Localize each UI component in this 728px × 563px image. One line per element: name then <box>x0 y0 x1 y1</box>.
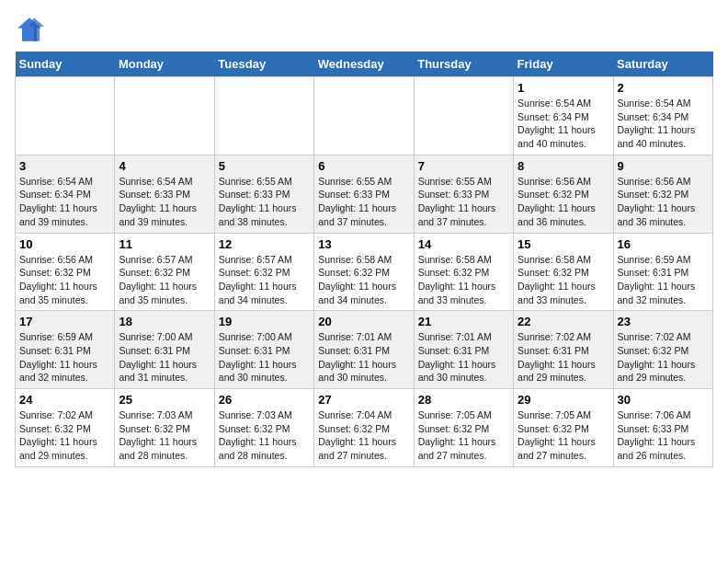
day-header-wednesday: Wednesday <box>314 52 414 77</box>
day-number: 7 <box>418 159 509 173</box>
day-info: Sunrise: 7:06 AM Sunset: 6:33 PM Dayligh… <box>618 408 709 463</box>
day-info: Sunrise: 6:55 AM Sunset: 6:33 PM Dayligh… <box>318 175 409 229</box>
day-info: Sunrise: 6:57 AM Sunset: 6:32 PM Dayligh… <box>119 253 210 307</box>
calendar-week-row: 10Sunrise: 6:56 AM Sunset: 6:32 PM Dayli… <box>16 233 713 311</box>
day-number: 8 <box>518 159 609 173</box>
calendar-week-row: 17Sunrise: 6:59 AM Sunset: 6:31 PM Dayli… <box>16 311 713 389</box>
logo-icon <box>15 15 44 44</box>
day-info: Sunrise: 7:02 AM Sunset: 6:31 PM Dayligh… <box>518 330 609 385</box>
day-info: Sunrise: 6:56 AM Sunset: 6:32 PM Dayligh… <box>618 175 709 229</box>
calendar-table: SundayMondayTuesdayWednesdayThursdayFrid… <box>15 52 713 467</box>
day-number: 26 <box>219 393 310 407</box>
day-header-sunday: Sunday <box>16 52 115 77</box>
calendar-day-cell <box>414 77 513 155</box>
day-info: Sunrise: 7:02 AM Sunset: 6:32 PM Dayligh… <box>19 408 110 463</box>
day-number: 3 <box>19 159 110 173</box>
day-info: Sunrise: 6:54 AM Sunset: 6:33 PM Dayligh… <box>119 175 210 229</box>
calendar-day-cell: 20Sunrise: 7:01 AM Sunset: 6:31 PM Dayli… <box>314 311 414 389</box>
day-number: 9 <box>618 159 709 173</box>
day-number: 6 <box>318 159 409 173</box>
calendar-day-cell: 1Sunrise: 6:54 AM Sunset: 6:34 PM Daylig… <box>514 77 613 155</box>
calendar-day-cell: 29Sunrise: 7:05 AM Sunset: 6:32 PM Dayli… <box>514 389 613 467</box>
day-info: Sunrise: 7:03 AM Sunset: 6:32 PM Dayligh… <box>219 408 310 463</box>
calendar-day-cell: 6Sunrise: 6:55 AM Sunset: 6:33 PM Daylig… <box>314 155 414 233</box>
calendar-day-cell <box>115 77 214 155</box>
calendar-day-cell: 14Sunrise: 6:58 AM Sunset: 6:32 PM Dayli… <box>414 233 513 311</box>
day-info: Sunrise: 6:58 AM Sunset: 6:32 PM Dayligh… <box>318 253 409 307</box>
calendar-day-cell: 16Sunrise: 6:59 AM Sunset: 6:31 PM Dayli… <box>613 233 712 311</box>
day-info: Sunrise: 6:59 AM Sunset: 6:31 PM Dayligh… <box>618 253 709 307</box>
calendar-day-cell: 15Sunrise: 6:58 AM Sunset: 6:32 PM Dayli… <box>514 233 613 311</box>
day-info: Sunrise: 7:02 AM Sunset: 6:32 PM Dayligh… <box>618 330 709 385</box>
day-number: 11 <box>119 237 210 251</box>
day-number: 18 <box>119 315 210 328</box>
logo <box>15 15 48 44</box>
day-info: Sunrise: 7:01 AM Sunset: 6:31 PM Dayligh… <box>418 330 509 385</box>
calendar-day-cell: 3Sunrise: 6:54 AM Sunset: 6:34 PM Daylig… <box>16 155 115 233</box>
calendar-day-cell: 28Sunrise: 7:05 AM Sunset: 6:32 PM Dayli… <box>414 389 513 467</box>
calendar-day-cell: 19Sunrise: 7:00 AM Sunset: 6:31 PM Dayli… <box>214 311 313 389</box>
calendar-day-cell <box>214 77 313 155</box>
calendar-week-row: 24Sunrise: 7:02 AM Sunset: 6:32 PM Dayli… <box>16 389 713 467</box>
day-info: Sunrise: 6:59 AM Sunset: 6:31 PM Dayligh… <box>19 330 110 385</box>
calendar-day-cell: 7Sunrise: 6:55 AM Sunset: 6:33 PM Daylig… <box>414 155 513 233</box>
day-number: 4 <box>119 159 210 173</box>
calendar-day-cell: 24Sunrise: 7:02 AM Sunset: 6:32 PM Dayli… <box>16 389 115 467</box>
day-info: Sunrise: 6:54 AM Sunset: 6:34 PM Dayligh… <box>19 175 110 229</box>
calendar-day-cell: 10Sunrise: 6:56 AM Sunset: 6:32 PM Dayli… <box>16 233 115 311</box>
calendar-day-cell: 30Sunrise: 7:06 AM Sunset: 6:33 PM Dayli… <box>613 389 712 467</box>
day-header-friday: Friday <box>514 52 613 77</box>
day-number: 30 <box>618 393 709 407</box>
calendar-day-cell: 23Sunrise: 7:02 AM Sunset: 6:32 PM Dayli… <box>613 311 712 389</box>
calendar-day-cell: 17Sunrise: 6:59 AM Sunset: 6:31 PM Dayli… <box>16 311 115 389</box>
page-header <box>15 15 713 44</box>
calendar-week-row: 1Sunrise: 6:54 AM Sunset: 6:34 PM Daylig… <box>16 77 713 155</box>
calendar-day-cell: 21Sunrise: 7:01 AM Sunset: 6:31 PM Dayli… <box>414 311 513 389</box>
day-number: 15 <box>518 237 609 251</box>
day-info: Sunrise: 6:58 AM Sunset: 6:32 PM Dayligh… <box>518 253 609 307</box>
day-info: Sunrise: 6:58 AM Sunset: 6:32 PM Dayligh… <box>418 253 509 307</box>
calendar-day-cell: 18Sunrise: 7:00 AM Sunset: 6:31 PM Dayli… <box>115 311 214 389</box>
calendar-day-cell: 2Sunrise: 6:54 AM Sunset: 6:34 PM Daylig… <box>613 77 712 155</box>
day-info: Sunrise: 7:04 AM Sunset: 6:32 PM Dayligh… <box>318 408 409 463</box>
day-info: Sunrise: 6:56 AM Sunset: 6:32 PM Dayligh… <box>19 253 110 307</box>
day-header-monday: Monday <box>115 52 214 77</box>
calendar-header-row: SundayMondayTuesdayWednesdayThursdayFrid… <box>16 52 713 77</box>
day-number: 5 <box>219 159 310 173</box>
day-number: 14 <box>418 237 509 251</box>
day-number: 29 <box>518 393 609 407</box>
day-info: Sunrise: 7:05 AM Sunset: 6:32 PM Dayligh… <box>418 408 509 463</box>
day-number: 10 <box>19 237 110 251</box>
day-number: 27 <box>318 393 409 407</box>
day-number: 24 <box>19 393 110 407</box>
day-info: Sunrise: 7:01 AM Sunset: 6:31 PM Dayligh… <box>318 330 409 385</box>
calendar-day-cell <box>314 77 414 155</box>
day-info: Sunrise: 6:54 AM Sunset: 6:34 PM Dayligh… <box>518 97 609 151</box>
day-number: 12 <box>219 237 310 251</box>
day-number: 22 <box>518 315 609 328</box>
day-number: 25 <box>119 393 210 407</box>
day-number: 13 <box>318 237 409 251</box>
calendar-day-cell: 25Sunrise: 7:03 AM Sunset: 6:32 PM Dayli… <box>115 389 214 467</box>
calendar-day-cell: 4Sunrise: 6:54 AM Sunset: 6:33 PM Daylig… <box>115 155 214 233</box>
day-number: 23 <box>618 315 709 328</box>
calendar-day-cell: 12Sunrise: 6:57 AM Sunset: 6:32 PM Dayli… <box>214 233 313 311</box>
day-number: 19 <box>219 315 310 328</box>
calendar-day-cell: 27Sunrise: 7:04 AM Sunset: 6:32 PM Dayli… <box>314 389 414 467</box>
day-header-tuesday: Tuesday <box>214 52 313 77</box>
calendar-day-cell: 26Sunrise: 7:03 AM Sunset: 6:32 PM Dayli… <box>214 389 313 467</box>
day-info: Sunrise: 6:56 AM Sunset: 6:32 PM Dayligh… <box>518 175 609 229</box>
calendar-week-row: 3Sunrise: 6:54 AM Sunset: 6:34 PM Daylig… <box>16 155 713 233</box>
day-number: 17 <box>19 315 110 328</box>
calendar-day-cell: 8Sunrise: 6:56 AM Sunset: 6:32 PM Daylig… <box>514 155 613 233</box>
day-info: Sunrise: 6:54 AM Sunset: 6:34 PM Dayligh… <box>618 97 709 151</box>
day-info: Sunrise: 6:57 AM Sunset: 6:32 PM Dayligh… <box>219 253 310 307</box>
day-info: Sunrise: 6:55 AM Sunset: 6:33 PM Dayligh… <box>418 175 509 229</box>
calendar-day-cell: 13Sunrise: 6:58 AM Sunset: 6:32 PM Dayli… <box>314 233 414 311</box>
day-number: 16 <box>618 237 709 251</box>
day-number: 20 <box>318 315 409 328</box>
day-info: Sunrise: 7:03 AM Sunset: 6:32 PM Dayligh… <box>119 408 210 463</box>
day-header-thursday: Thursday <box>414 52 513 77</box>
calendar-day-cell: 9Sunrise: 6:56 AM Sunset: 6:32 PM Daylig… <box>613 155 712 233</box>
day-info: Sunrise: 7:00 AM Sunset: 6:31 PM Dayligh… <box>119 330 210 385</box>
